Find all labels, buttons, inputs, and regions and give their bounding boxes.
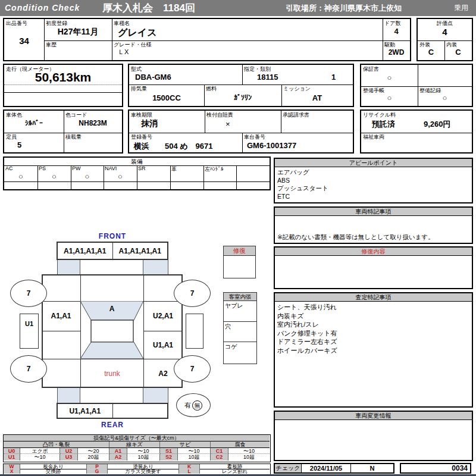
- tire-front-left: 7: [10, 280, 47, 307]
- equipment-item-mark: ○: [104, 172, 137, 181]
- footer-lot-box: 0034: [400, 463, 471, 474]
- grade-value: ＬX: [118, 48, 383, 57]
- damage-rear-bumper-right: [113, 404, 168, 418]
- damage-front-bumper-right: A1,A1,A1,A1: [113, 243, 168, 259]
- legend-code: U2: [60, 448, 78, 454]
- vehicle-history-cell: 車歴: [44, 40, 112, 60]
- legend-value: 〜20: [78, 448, 109, 454]
- model-code-value: DBA-GM6: [135, 73, 242, 82]
- front-right-pillar-shade: [143, 260, 168, 274]
- interior-score-value: C: [444, 48, 472, 57]
- check-code: N: [351, 464, 393, 472]
- legend-code: S1: [160, 448, 178, 454]
- insurance-label: 検付自賠責: [206, 111, 233, 119]
- equipment-item-mark: ○: [37, 172, 71, 181]
- seating-capacity-value: 5: [17, 140, 64, 149]
- appeal-points-title: アピールポイント: [275, 159, 472, 167]
- mileage-cell: 走行（現メーター） 50,613km: [4, 65, 122, 84]
- legend-code: U0: [4, 448, 20, 454]
- drive-type-value: 2WD: [383, 48, 410, 57]
- damage-front-bumper-left: A1,A1,A1,A1: [58, 243, 113, 259]
- rear-window-shape: [80, 342, 143, 359]
- body-color-label: 車体色: [6, 111, 22, 119]
- maintenance-book-value: ○: [361, 93, 418, 102]
- vehicle-id-box: 出品番号 34 初度登録 H27年11月 車歴 車種名 グレイス グレード・仕様…: [3, 18, 411, 61]
- legend-group: 線キズ: [109, 441, 160, 448]
- damage-right-rear-door: U1,A1: [144, 331, 182, 358]
- assessment-note-item: シート、天張り汚れ: [277, 303, 469, 312]
- brand-title: Condition Check: [5, 0, 80, 16]
- chassis-number-cell: 車台番号 GM6-1001377: [242, 133, 353, 152]
- approval-request-cell: 承認請求書: [281, 111, 353, 133]
- warranty-value: ○: [361, 73, 418, 82]
- body-color-cell: 車体色 ｼﾙﾊﾞｰ: [4, 111, 64, 133]
- lot-number-value: 34: [4, 36, 44, 46]
- color-box: 車体色 ｼﾙﾊﾞｰ 色コード NH823M 定員 5 積載量: [3, 109, 123, 154]
- displacement-label: 排気量: [131, 85, 147, 93]
- insurance-value: ×: [226, 120, 281, 129]
- mileage-box: 走行（現メーター） 50,613km: [3, 64, 123, 107]
- maintenance-book-cell: 整備手帳 ○: [361, 86, 418, 106]
- vehicle-class: 乗用: [454, 0, 468, 16]
- pickup-location: 引取場所：神奈川県厚木市上依知: [286, 0, 402, 16]
- model-code-cell: 型式 DBA-GM6: [129, 65, 242, 84]
- legend-code: A1: [109, 448, 127, 454]
- equipment-title: 装備: [4, 158, 270, 166]
- front-bumper: A1,A1,A1,A1 A1,A1,A1,A1: [57, 242, 168, 260]
- legend-value: エクボ: [20, 448, 60, 454]
- mileage-value: 50,613km: [4, 70, 122, 84]
- warranty-label: 保証書: [363, 65, 379, 73]
- appeal-point-item: プッシュスタート: [277, 184, 469, 193]
- registration-number-label: 登録番号: [131, 133, 152, 141]
- fuel-label: 燃料: [206, 85, 217, 93]
- assessment-notes-panel: 査定特記事項 シート、天張り汚れ 内装キズ 室内汚れ/スレ パンク修理キット有 …: [274, 292, 473, 408]
- warranty-cell: 保証書 ○: [361, 65, 418, 86]
- legend-value: 〜10: [127, 448, 160, 454]
- appeal-points-panel: アピールポイント エアバッグ ABS プッシュスタート ETC: [274, 158, 473, 203]
- legend-group: 腐食: [211, 441, 270, 448]
- maintenance-record-value: ○: [418, 93, 472, 102]
- model-name-cell: 車種名 グレイス: [112, 19, 383, 40]
- repair-history-yes: 有: [184, 401, 191, 410]
- door-count-cell: ドア数 4: [383, 19, 410, 40]
- recycle-fee-cell: リサイクル料 預託済 9,260円: [361, 111, 472, 133]
- legend-code: A2: [109, 454, 127, 461]
- legend-code: C1: [211, 448, 228, 454]
- tire-rear-right: 7: [174, 355, 211, 383]
- legend-value: 10超: [178, 454, 211, 461]
- legend-value: 10超: [127, 454, 160, 461]
- repair-mark-box: 修復: [223, 246, 256, 278]
- assessment-notes-title: 査定特記事項: [275, 293, 472, 302]
- model-code-box: 型式 DBA-GM6 指定・類別 18115 1 排気量 1500CC 燃料 ｶ…: [128, 64, 354, 107]
- legend-value: 20超: [78, 454, 109, 461]
- repair-history-no-circled: 無: [192, 400, 202, 411]
- equipment-item: SR: [137, 165, 170, 181]
- seating-capacity-label: 定員: [6, 133, 17, 141]
- transmission-cell: ミッション AT: [281, 84, 353, 106]
- legend-code: K: [179, 464, 200, 469]
- divider: [4, 84, 122, 85]
- divider: [236, 165, 237, 189]
- legend-code: C2: [211, 454, 228, 461]
- cabin-lining-box: 客室内張 ヤブレ 穴 コゲ: [223, 292, 257, 364]
- assessment-note-item: ドアミラー左右キズ: [277, 337, 469, 346]
- displacement-cell: 排気量 1500CC: [129, 84, 204, 106]
- exterior-score-cell: 外装 C: [418, 40, 444, 60]
- rear-right-pillar-shade: [143, 388, 168, 403]
- damage-left-front-door: A1,A1: [42, 302, 80, 330]
- check-label: チェック: [275, 464, 302, 472]
- equipment-item-label: SR: [138, 165, 146, 171]
- equipment-item-mark: ○: [71, 172, 104, 181]
- special-note: ※記載のない書類・機器等は無しとして取り扱います。: [277, 233, 434, 242]
- cabin-section-burn: コゲ: [224, 342, 256, 352]
- cabin-section-tear: ヤブレ: [224, 301, 256, 322]
- legend-code: L: [179, 469, 200, 474]
- rear-label: REAR: [57, 421, 168, 429]
- repair-content-panel: 修復内容: [274, 246, 473, 289]
- legend-group: 凸凹・亀裂: [4, 441, 109, 448]
- damage-right-front-door: U2,A1: [144, 302, 182, 330]
- equipment-item: 革: [170, 165, 203, 181]
- type-designation-cell: 指定・類別 18115 1: [242, 65, 353, 84]
- legend-value: 〜10: [20, 454, 60, 461]
- check-date: 2024/11/05: [302, 464, 351, 472]
